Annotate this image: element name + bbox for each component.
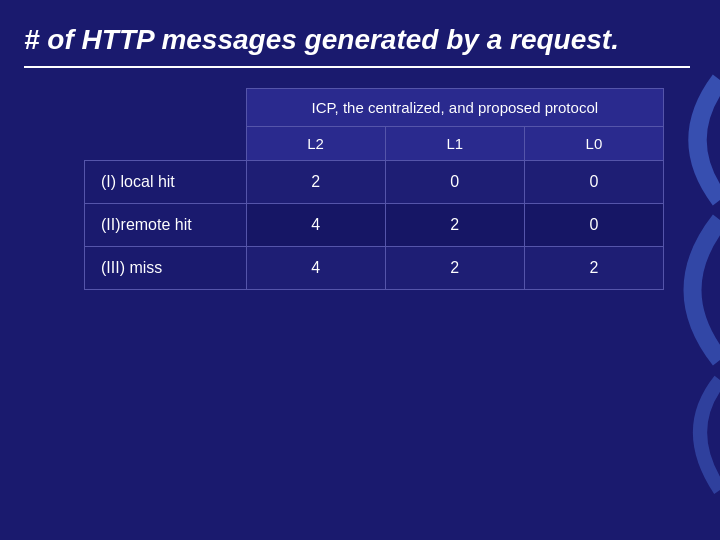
row-label-cell: (I) local hit bbox=[85, 161, 247, 204]
data-cell: 4 bbox=[246, 247, 385, 290]
row-label-header bbox=[85, 127, 247, 161]
data-cell: 2 bbox=[524, 247, 663, 290]
empty-header-cell bbox=[85, 89, 247, 127]
table-row: (II)remote hit420 bbox=[85, 204, 664, 247]
title-divider bbox=[24, 66, 690, 68]
table-row: (I) local hit200 bbox=[85, 161, 664, 204]
page-title: # of HTTP messages generated by a reques… bbox=[24, 24, 690, 56]
span-header: ICP, the centralized, and proposed proto… bbox=[246, 89, 663, 127]
data-cell: 0 bbox=[524, 161, 663, 204]
table-row: (III) miss422 bbox=[85, 247, 664, 290]
row-label-cell: (II)remote hit bbox=[85, 204, 247, 247]
data-table: ICP, the centralized, and proposed proto… bbox=[84, 88, 664, 290]
data-cell: 0 bbox=[385, 161, 524, 204]
data-cell: 0 bbox=[524, 204, 663, 247]
data-cell: 2 bbox=[385, 204, 524, 247]
table-wrapper: ICP, the centralized, and proposed proto… bbox=[24, 88, 690, 516]
data-cell: 2 bbox=[385, 247, 524, 290]
data-cell: 4 bbox=[246, 204, 385, 247]
col-header-l1: L1 bbox=[385, 127, 524, 161]
row-label-cell: (III) miss bbox=[85, 247, 247, 290]
data-cell: 2 bbox=[246, 161, 385, 204]
col-header-l0: L0 bbox=[524, 127, 663, 161]
col-header-l2: L2 bbox=[246, 127, 385, 161]
